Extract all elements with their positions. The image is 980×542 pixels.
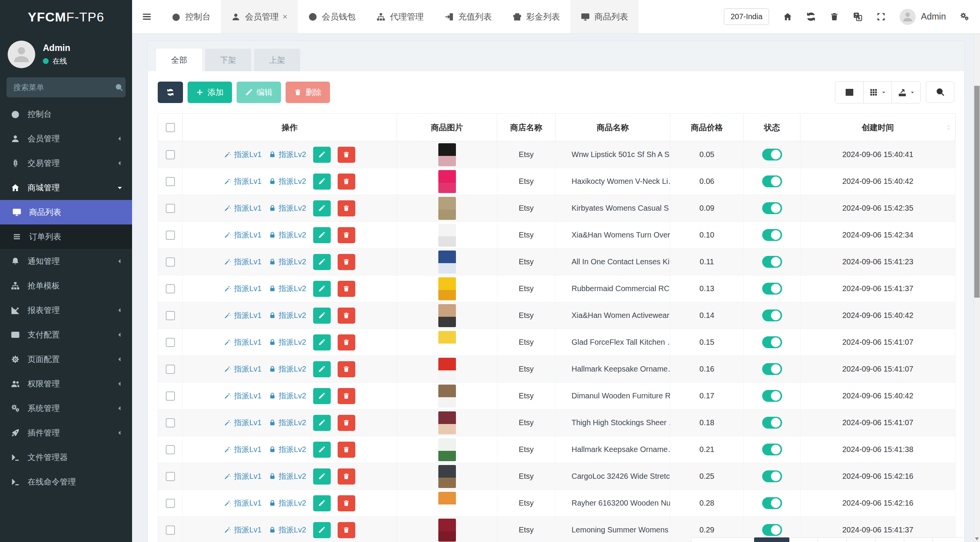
assign-lv2-link[interactable]: 指派Lv2: [269, 444, 306, 455]
sidebar-item-auth[interactable]: 权限管理: [0, 372, 132, 396]
assign-lv2-link[interactable]: 指派Lv2: [269, 418, 306, 428]
refresh-icon[interactable]: [806, 12, 816, 21]
row-checkbox[interactable]: [166, 472, 175, 481]
status-toggle[interactable]: [762, 444, 782, 455]
row-checkbox[interactable]: [166, 526, 175, 535]
close-icon[interactable]: ×: [283, 12, 287, 22]
expand-icon[interactable]: [876, 12, 886, 21]
tab-member[interactable]: 会员管理×: [221, 0, 298, 33]
row-checkbox[interactable]: [166, 499, 175, 508]
home-icon[interactable]: [783, 12, 792, 21]
add-button[interactable]: 添加: [188, 82, 232, 103]
row-checkbox[interactable]: [166, 391, 175, 401]
row-checkbox[interactable]: [166, 365, 175, 374]
tab-all[interactable]: 全部: [156, 49, 202, 71]
assign-lv2-link[interactable]: 指派Lv2: [269, 310, 306, 321]
edit-row-button[interactable]: [313, 442, 331, 458]
assign-lv2-link[interactable]: 指派Lv2: [269, 498, 306, 508]
row-checkbox[interactable]: [166, 177, 175, 186]
table-search-button[interactable]: [926, 81, 954, 103]
sidebar-item-pay-config[interactable]: 支付配置: [0, 323, 132, 347]
sidebar-item-member[interactable]: 会员管理: [0, 126, 132, 151]
assign-lv2-link[interactable]: 指派Lv2: [269, 471, 306, 481]
row-checkbox[interactable]: [166, 204, 175, 213]
edit-row-button[interactable]: [313, 468, 331, 485]
edit-row-button[interactable]: [313, 308, 331, 324]
tab-on-shelf[interactable]: 上架: [254, 49, 300, 71]
row-checkbox[interactable]: [166, 338, 175, 347]
edit-row-button[interactable]: [313, 174, 331, 190]
toggle-view-button[interactable]: [835, 82, 864, 103]
tab-bonus[interactable]: 彩金列表: [502, 0, 570, 33]
edit-button[interactable]: 编辑: [237, 82, 281, 103]
assign-lv1-link[interactable]: 指派Lv1: [224, 498, 261, 508]
delete-row-button[interactable]: [338, 200, 355, 216]
page-button[interactable]: [933, 537, 964, 542]
status-toggle[interactable]: [762, 175, 782, 187]
assign-lv1-link[interactable]: 指派Lv1: [224, 444, 261, 455]
status-toggle[interactable]: [762, 497, 782, 509]
sidebar-item-grab-template[interactable]: 抢单模板: [0, 273, 132, 298]
assign-lv2-link[interactable]: 指派Lv2: [269, 283, 306, 294]
edit-row-button[interactable]: [313, 254, 331, 270]
tab-goods[interactable]: 商品列表: [570, 0, 639, 33]
row-checkbox[interactable]: [166, 311, 175, 320]
assign-lv1-link[interactable]: 指派Lv1: [224, 283, 261, 294]
translate-icon[interactable]: [853, 12, 862, 21]
assign-lv1-link[interactable]: 指派Lv1: [224, 310, 261, 321]
assign-lv2-link[interactable]: 指派Lv2: [269, 230, 306, 240]
delete-row-button[interactable]: [338, 522, 355, 538]
region-selector[interactable]: 207-India: [724, 8, 769, 25]
assign-lv1-link[interactable]: 指派Lv1: [224, 418, 261, 428]
assign-lv2-link[interactable]: 指派Lv2: [269, 203, 306, 213]
status-toggle[interactable]: [762, 309, 782, 321]
page-button[interactable]: [691, 537, 754, 542]
row-checkbox[interactable]: [166, 284, 175, 293]
assign-lv2-link[interactable]: 指派Lv2: [269, 391, 306, 401]
delete-row-button[interactable]: [338, 308, 355, 324]
assign-lv1-link[interactable]: 指派Lv1: [224, 257, 261, 267]
delete-row-button[interactable]: [338, 415, 355, 431]
sidebar-item-order-list[interactable]: 订单列表: [0, 224, 132, 249]
status-toggle[interactable]: [762, 202, 782, 214]
assign-lv2-link[interactable]: 指派Lv2: [269, 525, 306, 535]
assign-lv2-link[interactable]: 指派Lv2: [269, 337, 306, 347]
export-button[interactable]: [892, 82, 920, 103]
edit-row-button[interactable]: [313, 281, 331, 297]
status-toggle[interactable]: [762, 283, 782, 295]
sidebar-item-report[interactable]: 报表管理: [0, 298, 132, 323]
delete-row-button[interactable]: [338, 334, 355, 350]
header-created-time[interactable]: 创建时间: [800, 114, 956, 141]
delete-row-button[interactable]: [338, 254, 355, 270]
assign-lv2-link[interactable]: 指派Lv2: [269, 364, 306, 374]
scrollbar-thumb[interactable]: [974, 86, 980, 298]
status-toggle[interactable]: [762, 417, 782, 429]
menu-toggle-button[interactable]: [132, 0, 161, 33]
assign-lv1-link[interactable]: 指派Lv1: [224, 149, 261, 160]
select-all-checkbox[interactable]: [166, 123, 175, 132]
assign-lv1-link[interactable]: 指派Lv1: [224, 391, 261, 401]
delete-row-button[interactable]: [338, 468, 355, 485]
delete-row-button[interactable]: [338, 442, 355, 458]
assign-lv1-link[interactable]: 指派Lv1: [224, 337, 261, 347]
sidebar-item-addon[interactable]: 插件管理: [0, 421, 132, 445]
status-toggle[interactable]: [762, 256, 782, 268]
edit-row-button[interactable]: [313, 415, 331, 431]
user-menu[interactable]: Admin: [900, 9, 946, 25]
gears-icon[interactable]: [960, 12, 969, 21]
row-checkbox[interactable]: [166, 257, 175, 267]
tab-off-shelf[interactable]: 下架: [205, 49, 251, 71]
delete-button[interactable]: 删除: [286, 82, 330, 103]
page-button[interactable]: [818, 537, 847, 542]
delete-row-button[interactable]: [338, 147, 355, 163]
sidebar-item-mall[interactable]: 商城管理: [0, 175, 132, 200]
tab-recharge[interactable]: 充值列表: [434, 0, 502, 33]
vertical-scrollbar[interactable]: [973, 34, 980, 542]
edit-row-button[interactable]: [313, 495, 331, 511]
status-toggle[interactable]: [762, 149, 782, 160]
assign-lv1-link[interactable]: 指派Lv1: [224, 471, 261, 481]
tab-member-wallet[interactable]: 会员钱包: [298, 0, 366, 33]
edit-row-button[interactable]: [313, 388, 331, 404]
row-checkbox[interactable]: [166, 418, 175, 427]
menu-search-input[interactable]: [13, 83, 115, 92]
